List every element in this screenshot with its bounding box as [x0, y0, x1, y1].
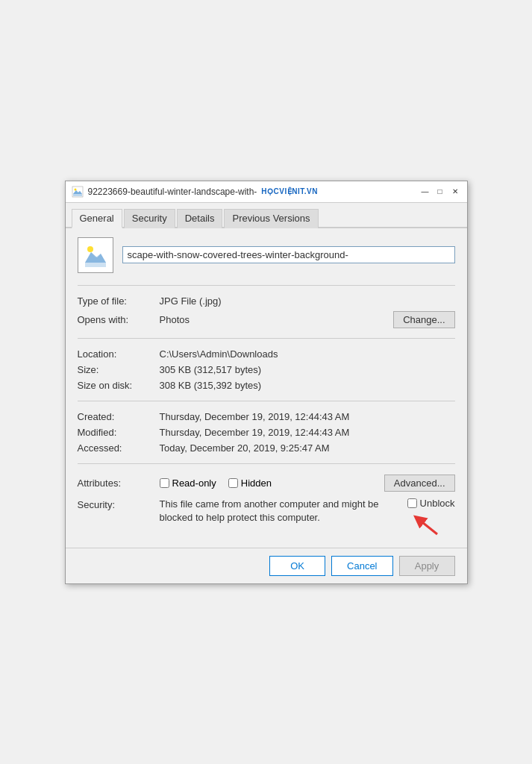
- window-title: 92223669-beautiful-winter-landscape-with…: [88, 187, 257, 197]
- size-on-disk-label: Size on disk:: [78, 380, 160, 391]
- size-value: 305 KB (312,517 bytes): [160, 364, 455, 375]
- cancel-button[interactable]: Cancel: [331, 556, 392, 576]
- location-label: Location:: [78, 348, 160, 360]
- modified-row: Modified: Thursday, December 19, 2019, 1…: [78, 425, 455, 440]
- size-label: Size:: [78, 364, 160, 375]
- ok-button[interactable]: OK: [269, 556, 325, 576]
- hidden-label: Hidden: [241, 478, 272, 489]
- attributes-row: Attributes: Read-only Hidden Advanced...: [78, 472, 455, 495]
- created-value: Thursday, December 19, 2019, 12:44:43 AM: [160, 411, 455, 422]
- unblock-area: Unblock: [407, 498, 455, 536]
- security-row: Security: This file came from another co…: [78, 495, 455, 539]
- tab-previous-versions[interactable]: Previous Versions: [224, 209, 318, 228]
- file-icon: [78, 237, 113, 273]
- arrow-indicator: [407, 510, 445, 536]
- security-label: Security:: [78, 498, 160, 510]
- type-value: JPG File (.jpg): [160, 295, 455, 307]
- svg-point-7: [87, 246, 93, 252]
- accessed-value: Today, December 20, 2019, 9:25:47 AM: [160, 442, 455, 454]
- divider-3: [78, 401, 455, 401]
- tab-details[interactable]: Details: [177, 209, 223, 228]
- unblock-checkbox-row: Unblock: [407, 498, 455, 509]
- divider-2: [78, 338, 455, 339]
- created-row: Created: Thursday, December 19, 2019, 12…: [78, 409, 455, 425]
- opens-with-row: Opens with: Photos Change...: [78, 309, 455, 331]
- opens-value: Photos: [160, 314, 394, 325]
- readonly-checkbox[interactable]: [160, 478, 169, 488]
- change-button[interactable]: Change...: [393, 311, 454, 328]
- content-area: Type of file: JPG File (.jpg) Opens with…: [66, 228, 467, 548]
- size-row: Size: 305 KB (312,517 bytes): [78, 362, 455, 378]
- title-bar: 92223669-beautiful-winter-landscape-with…: [66, 181, 467, 203]
- title-controls: — □ ✕: [419, 186, 461, 198]
- tab-security[interactable]: Security: [124, 209, 175, 228]
- unblock-checkbox[interactable]: [407, 498, 417, 508]
- attributes-content: Read-only Hidden Advanced...: [160, 475, 455, 492]
- accessed-label: Accessed:: [78, 442, 160, 454]
- modified-label: Modified:: [78, 427, 160, 438]
- advanced-button[interactable]: Advanced...: [384, 475, 455, 492]
- readonly-label: Read-only: [172, 478, 216, 489]
- created-label: Created:: [78, 411, 160, 422]
- location-value: C:\Users\Admin\Downloads: [160, 348, 455, 360]
- unblock-label: Unblock: [420, 498, 455, 509]
- size-on-disk-row: Size on disk: 308 KB (315,392 bytes): [78, 378, 455, 393]
- svg-line-9: [419, 519, 437, 534]
- security-text: This file came from another computer and…: [160, 498, 401, 525]
- modified-value: Thursday, December 19, 2019, 12:44:43 AM: [160, 427, 455, 438]
- divider-1: [78, 285, 455, 286]
- accessed-row: Accessed: Today, December 20, 2019, 9:25…: [78, 440, 455, 456]
- svg-point-3: [74, 188, 76, 190]
- security-content: This file came from another computer and…: [160, 498, 455, 536]
- hidden-checkbox-label[interactable]: Hidden: [228, 478, 272, 489]
- dialog-window: 92223669-beautiful-winter-landscape-with…: [65, 181, 468, 584]
- tab-general[interactable]: General: [72, 209, 122, 228]
- attributes-label: Attributes:: [78, 478, 160, 489]
- opens-label: Opens with:: [78, 314, 160, 325]
- close-button[interactable]: ✕: [449, 186, 461, 198]
- type-label: Type of file:: [78, 295, 160, 307]
- file-title-icon: [72, 186, 84, 198]
- watermark: HỌCVIỆNIT.VN: [261, 187, 318, 195]
- file-header: [78, 237, 455, 273]
- location-row: Location: C:\Users\Admin\Downloads: [78, 346, 455, 362]
- dialog-footer: OK Cancel Apply: [66, 548, 467, 583]
- tabs-bar: General Security Details Previous Versio…: [66, 203, 467, 228]
- divider-4: [78, 463, 455, 464]
- minimize-button[interactable]: —: [419, 186, 431, 198]
- readonly-checkbox-label[interactable]: Read-only: [160, 478, 216, 489]
- red-arrow-icon: [407, 513, 445, 536]
- maximize-button[interactable]: □: [434, 186, 446, 198]
- file-name-input[interactable]: [122, 246, 455, 263]
- type-row: Type of file: JPG File (.jpg): [78, 293, 455, 309]
- size-on-disk-value: 308 KB (315,392 bytes): [160, 380, 455, 391]
- apply-button[interactable]: Apply: [399, 556, 455, 576]
- hidden-checkbox[interactable]: [228, 478, 238, 488]
- title-bar-left: 92223669-beautiful-winter-landscape-with…: [72, 186, 318, 198]
